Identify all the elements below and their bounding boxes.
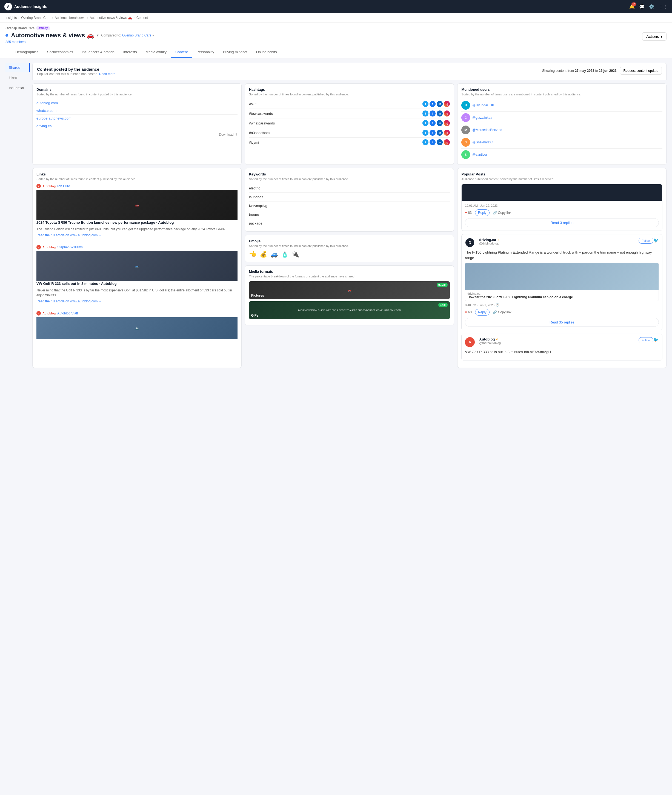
instagram-icon[interactable]: ig <box>444 120 450 126</box>
sidebar-item-liked[interactable]: Liked <box>5 73 30 83</box>
content-posted-subtitle: Popular content this audience has posted… <box>37 72 115 76</box>
post-2-name: driving.ca ✓ <box>479 238 637 242</box>
tab-demographics[interactable]: Demographics <box>11 46 43 58</box>
facebook-icon[interactable]: f <box>430 139 435 145</box>
breadcrumb-automotive[interactable]: Automotive news & views 🚗 <box>90 16 132 20</box>
top-cards-row: Domains Sorted by the number of times fo… <box>32 83 667 165</box>
santiyer-handle[interactable]: @santiyer <box>472 153 487 157</box>
app-name: Audiense Insights <box>14 5 47 9</box>
mentioned-users-subtitle: Sorted by the number of times users are … <box>461 93 662 96</box>
breadcrumb-sep4: › <box>134 16 135 20</box>
instagram-icon[interactable]: ig <box>444 101 450 107</box>
middle-column: Keywords Sorted by the number of times f… <box>245 168 454 368</box>
actions-button[interactable]: Actions ▾ <box>642 32 667 40</box>
domain-autonews[interactable]: europe.autonews.com <box>37 115 237 122</box>
domain-driving[interactable]: driving.ca <box>37 122 237 130</box>
apps-icon[interactable]: ⋮⋮ <box>659 4 667 9</box>
post-2-follow-button[interactable]: Follow <box>638 238 653 244</box>
read-more-link[interactable]: Read more <box>99 72 115 76</box>
post-2-meta: 8:40 PM · Jun 1, 2023 🕐 <box>465 303 659 307</box>
tab-content[interactable]: Content <box>171 46 192 58</box>
post-2-read-replies-button[interactable]: Read 35 replies <box>465 318 659 327</box>
members-count: 385 members <box>5 40 154 44</box>
topnav-right: 🔔 13 💬 ⚙️ ⋮⋮ <box>629 4 667 9</box>
compared-chevron[interactable]: ▾ <box>152 34 154 37</box>
domain-autoblog[interactable]: autoblog.com <box>37 99 237 107</box>
post-3-name: Autoblog ✓ <box>479 337 637 341</box>
mercedes-handle[interactable]: @MercedesBenzInd <box>472 128 502 132</box>
media-formats-subtitle: The percentage breakdown of the formats … <box>249 275 450 278</box>
tab-interests[interactable]: Interests <box>119 46 141 58</box>
download-row[interactable]: Download ⬇ <box>37 133 237 136</box>
link-source-3: A Autoblog Autoblog Staff <box>37 311 237 316</box>
media-gifs: IMPLEMENTATION GUIDELINES FOR A DECENTRA… <box>249 301 450 319</box>
post-3-header: A Autoblog ✓ @thereautoblog Follow <box>465 337 659 347</box>
linkedin-icon[interactable]: in <box>437 101 443 107</box>
post-1-inner: 12:01 AM · Jun 22, 2023 ♥ 83 Reply 🔗 Cop… <box>462 201 662 231</box>
instagram-icon[interactable]: ig <box>444 139 450 145</box>
affinity-badge: Affinity <box>36 26 50 30</box>
facebook-icon[interactable]: f <box>430 101 435 107</box>
linkedin-icon[interactable]: in <box>437 130 443 136</box>
post-1-reply-button[interactable]: Reply <box>475 210 490 216</box>
content-header-left: Content posted by the audience Popular c… <box>37 67 115 76</box>
sidebar-item-shared[interactable]: Shared <box>5 63 30 72</box>
breadcrumb-insights[interactable]: Insights <box>5 16 17 20</box>
tab-personality[interactable]: Personality <box>192 46 218 58</box>
tab-influencers[interactable]: Influencers & brands <box>77 46 118 58</box>
twitter-icon[interactable]: t <box>422 120 429 126</box>
linkedin-icon[interactable]: in <box>437 111 443 117</box>
tab-buying[interactable]: Buying mindset <box>219 46 252 58</box>
shekhar-handle[interactable]: @ShekharDC <box>472 140 493 144</box>
twitter-icon[interactable]: t <box>422 111 429 117</box>
post-2-handle: @drivingdotca <box>479 242 637 245</box>
request-content-update-button[interactable]: Request content update <box>620 67 662 75</box>
link-item-3: A Autoblog Autoblog Staff 🚢 <box>37 311 237 343</box>
title-chevron[interactable]: ▾ <box>97 34 98 37</box>
emojis-subtitle: Sorted by the number of times found in c… <box>249 244 450 248</box>
keyword-fwxv: fwxvmqxlvg <box>249 202 450 210</box>
tab-habits[interactable]: Online habits <box>252 46 282 58</box>
link-read-more-1[interactable]: Read the full article on www.autoblog.co… <box>37 233 237 237</box>
instagram-icon[interactable]: ig <box>444 130 450 136</box>
post-2-copy-link[interactable]: 🔗 Copy link <box>493 310 512 314</box>
sidebar-item-influential[interactable]: Influential <box>5 83 30 93</box>
page-header: Overlap Brand Cars Affinity Automotive n… <box>0 23 672 58</box>
link-arrow-2: → <box>99 299 102 303</box>
messages-icon[interactable]: 💬 <box>639 4 645 9</box>
settings-icon[interactable]: ⚙️ <box>649 4 654 9</box>
linkedin-icon[interactable]: in <box>437 120 443 126</box>
keyword-package: package <box>249 219 450 228</box>
instagram-icon[interactable]: ig <box>444 111 450 117</box>
linkedin-icon[interactable]: in <box>437 139 443 145</box>
tab-media[interactable]: Media affinity <box>141 46 171 58</box>
post-3-follow-button[interactable]: Follow <box>638 337 653 343</box>
shekhar-avatar: S <box>461 138 470 147</box>
link-read-more-2[interactable]: Read the full article on www.autoblog.co… <box>37 299 237 303</box>
facebook-icon[interactable]: f <box>430 120 435 126</box>
twitter-icon[interactable]: t <box>422 130 429 136</box>
twitter-icon[interactable]: t <box>422 139 429 145</box>
link-item-1: A Autoblog ron Hurd 🚗 2024 Toyota GR86 T… <box>37 184 237 241</box>
breadcrumb-audience[interactable]: Audience breakdown <box>54 16 85 20</box>
twitter-icon[interactable]: t <box>422 101 429 107</box>
facebook-icon[interactable]: f <box>430 130 435 136</box>
hashtags-card: Hashtags Sorted by the number of times f… <box>245 83 454 165</box>
heart-icon-1: ♥ <box>465 211 467 215</box>
glaza-handle[interactable]: @glazalinkaa <box>472 116 492 120</box>
post-3-handle: @thereautoblog <box>479 341 637 345</box>
pictures-label: Pictures <box>251 293 264 297</box>
breadcrumb-overlap[interactable]: Overlap Brand Cars <box>21 16 50 20</box>
post-2-reply-button[interactable]: Reply <box>475 309 490 316</box>
facebook-icon[interactable]: f <box>430 111 435 117</box>
hyundai-handle[interactable]: @Hyundai_UK <box>472 103 494 107</box>
domain-whatcar[interactable]: whatcar.com <box>37 107 237 115</box>
post-1-copy-link[interactable]: 🔗 Copy link <box>493 211 512 215</box>
tab-socioeconomics[interactable]: Socioeconomics <box>43 46 78 58</box>
post-2-time: 8:40 PM · Jun 1, 2023 <box>465 303 494 307</box>
post-1-read-replies-button[interactable]: Read 3 replies <box>465 218 659 227</box>
notifications-icon[interactable]: 🔔 13 <box>629 4 635 9</box>
hyundai-avatar: H <box>461 101 470 110</box>
compared-to-link[interactable]: Overlap Brand Cars <box>122 34 151 37</box>
media-formats-title: Media formats <box>249 269 450 274</box>
